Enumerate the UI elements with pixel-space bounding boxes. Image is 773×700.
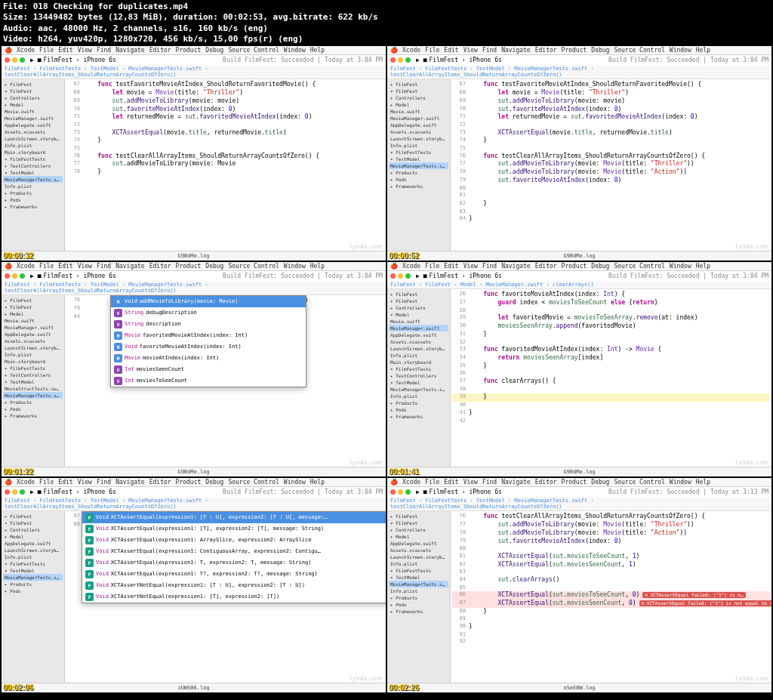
autocomplete-item[interactable]: VIntmoviesToSeeCount (111, 375, 306, 387)
autocomplete-item[interactable]: FVoidXCTAssertEqual(expression1: Contigu… (82, 546, 386, 557)
code-editor[interactable]: 78 sut.addMovieToLibrary(movie: Movie(ti… (65, 295, 386, 467)
code-editor[interactable]: 76 func testClearAllArrayItems_ShouldRet… (451, 511, 771, 683)
autocomplete-popup[interactable]: MVoidaddMovieToLibrary(movie: Movie)VStr… (110, 295, 306, 387)
project-navigator[interactable]: ▸ FilmFest▾ FilmFest ▸ Controllers ▸ Mod… (2, 79, 65, 251)
autocomplete-item[interactable]: VStringdescription (111, 319, 306, 330)
panel-1: 🍎XcodeFileEditViewFindNavigateEditorProd… (2, 46, 386, 261)
autocomplete-item[interactable]: FVoidXCTAssertEqual(expression1: ArraySl… (82, 535, 386, 546)
menubar[interactable]: 🍎XcodeFileEditViewFindNavigateEditorProd… (2, 46, 386, 55)
code-editor[interactable]: 67 func testFavoriteMovieAtIndex_ShouldR… (65, 79, 386, 251)
code-editor[interactable]: 87 xc 88 } FVoidXCTAssertEqual(expressio… (65, 511, 386, 683)
watermark: lynda.com (349, 243, 381, 250)
window-controls[interactable]: ▶ ■FilmFest › iPhone 6sBuild FilmFest: S… (2, 55, 386, 65)
autocomplete-item[interactable]: FVoidXCTAssertNotEqual(expression1: [T :… (82, 580, 386, 591)
autocomplete-item[interactable]: MMoviemovieAtIndex(index: Int) (111, 353, 306, 364)
autocomplete-item[interactable]: FVoidXCTAssertEqual(expression1: T, expr… (82, 557, 386, 569)
autocomplete-item[interactable]: MVoidfavoriteMovieAtIndex(index: Int) (111, 341, 306, 353)
code-editor[interactable]: 67 func testFavoriteMovieAtIndex_ShouldR… (451, 79, 771, 251)
autocomplete-item[interactable]: FVoidXCTAssertEqual(expression1: T?, exp… (82, 569, 386, 580)
panel-6: 🍎XcodeFileEditViewFindNavigateEditorProd… (387, 478, 771, 692)
panel-5: 🍎XcodeFileEditViewFindNavigateEditorProd… (2, 478, 386, 692)
console: G90dMe.log (2, 251, 386, 261)
autocomplete-item[interactable]: MMoviefavoritedMovieAtIndex(index: Int) (111, 330, 306, 341)
project-navigator[interactable]: ▸ FilmFest▾ FilmFest ▸ Controllers ▸ Mod… (387, 79, 451, 251)
timestamp: 00:00:32 (3, 251, 33, 260)
panel-3: 🍎XcodeFileEditViewFindNavigateEditorProd… (2, 262, 386, 476)
error-badge[interactable]: ⊘ XCTAssertEqual failed: ("1") is n… (642, 592, 745, 598)
breadcrumb[interactable]: FilmFest › FilmFestTests › TestModel › M… (2, 65, 386, 79)
thumbnail-grid: 🍎XcodeFileEditViewFindNavigateEditorProd… (0, 46, 773, 692)
autocomplete-item[interactable]: FVoidXCTAssertEqual(expression1: [T], ex… (82, 523, 386, 535)
code-editor[interactable]: 26 func favoriteMovieAtIndex(index: Int)… (451, 289, 771, 467)
autocomplete-popup[interactable]: FVoidXCTAssertEqual(expression1: [T : U]… (82, 511, 386, 603)
panel-4: 🍎XcodeFileEditViewFindNavigateEditorProd… (387, 262, 771, 476)
autocomplete-item[interactable]: FVoidXCTAssertEqual(expression1: [T : U]… (82, 512, 386, 523)
error-badge[interactable]: ⊘ XCTAssertEqual failed: ("1") is not eq… (639, 600, 771, 606)
file-metadata: File: 018 Checking for duplicates.mp4 Si… (0, 0, 773, 46)
autocomplete-item[interactable]: FVoidXCTAssertNotEqual(expression1: [T],… (82, 591, 386, 603)
autocomplete-item[interactable]: VIntmoviesSeenCount (111, 364, 306, 375)
autocomplete-item[interactable]: MVoidaddMovieToLibrary(movie: Movie) (111, 296, 306, 307)
autocomplete-item[interactable]: VStringdebugDescription (111, 307, 306, 319)
panel-2: 🍎XcodeFileEditViewFindNavigateEditorProd… (387, 46, 771, 261)
